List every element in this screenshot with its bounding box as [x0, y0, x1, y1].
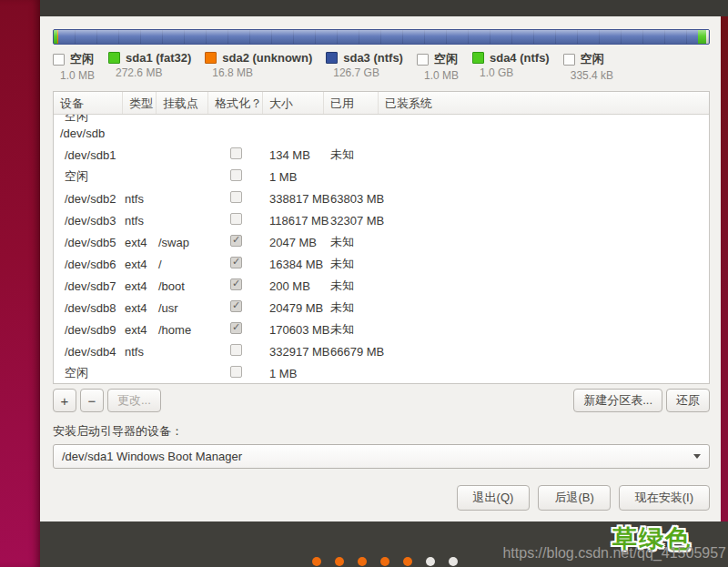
table-row[interactable]: /dev/sdb1 134 MB 未知 [54, 144, 709, 166]
partition-size: 1.0 MB [424, 69, 459, 82]
column-header[interactable]: 格式化？ [208, 92, 263, 114]
table-row[interactable]: /dev/sdb9 ext4 /home 170603 MB 未知 [54, 319, 709, 340]
legend-item: sda4 (ntfs) 1.0 GB [472, 51, 550, 79]
table-row[interactable]: 空闲 1 MB [54, 362, 709, 383]
column-header[interactable]: 已用 [324, 92, 379, 114]
new-partition-table-button[interactable]: 新建分区表... [573, 389, 662, 412]
revert-button[interactable]: 还原 [666, 389, 710, 412]
legend-item: 空闲 1.0 MB [417, 51, 459, 82]
cell-used: 未知 [324, 278, 379, 294]
cell-used: 63803 MB [324, 192, 379, 206]
cell-device: /dev/sdb7 [54, 279, 123, 293]
progress-dot [403, 557, 412, 566]
cell-used: 未知 [324, 234, 379, 250]
bootloader-device-dropdown[interactable]: /dev/sda1 Windows Boot Manager [53, 444, 710, 469]
format-checkbox[interactable] [230, 213, 242, 225]
cell-format [208, 213, 263, 228]
cell-mount-point: /home [157, 323, 208, 337]
install-now-button[interactable]: 现在安装(I) [619, 485, 710, 511]
table-row[interactable]: /dev/sdb6 ext4 / 16384 MB 未知 [54, 253, 709, 275]
partition-label: sda1 (fat32) [126, 51, 191, 65]
installer-window: 空闲 1.0 MB sda1 (fat32) 272.6 MB sda2 (un… [40, 16, 721, 521]
cell-size: 332917 MB [263, 345, 324, 359]
watermark-url: https://blog.csdn.net/qq_41505957 [502, 545, 726, 562]
cell-size: 1 MB [263, 367, 324, 380]
progress-dot [449, 557, 458, 566]
legend-item: sda1 (fat32) 272.6 MB [108, 51, 191, 79]
cell-size: 2047 MB [263, 236, 324, 249]
remove-partition-button[interactable]: − [80, 389, 104, 412]
add-partition-button[interactable]: + [53, 389, 76, 412]
format-checkbox[interactable] [230, 344, 242, 356]
cell-mount-point: / [157, 258, 208, 271]
cell-type: ntfs [123, 192, 157, 206]
cell-size: 1 MB [263, 170, 324, 184]
legend-item: 空闲 1.0 MB [53, 51, 95, 82]
table-body: 空闲 /dev/sdb /dev/sdb1 134 MB 未知 空闲 [54, 115, 709, 383]
partition-label: 空闲 [434, 51, 458, 67]
column-header[interactable]: 设备 [54, 92, 123, 114]
table-row[interactable]: 空闲 1 MB [54, 166, 709, 187]
partition-label: sda4 (ntfs) [490, 51, 550, 65]
cell-size: 170603 MB [263, 323, 324, 337]
quit-button[interactable]: 退出(Q) [457, 485, 531, 511]
table-row[interactable]: /dev/sdb3 ntfs 118617 MB 32307 MB [54, 209, 709, 231]
format-checkbox[interactable] [230, 300, 242, 312]
cell-format [208, 235, 263, 249]
column-header[interactable]: 大小 [263, 92, 324, 114]
table-row[interactable]: /dev/sdb [54, 122, 709, 144]
partition-toolbar: + − 更改... 新建分区表... 还原 [53, 389, 710, 412]
cell-device: /dev/sdb9 [54, 323, 123, 337]
format-checkbox[interactable] [230, 257, 242, 268]
format-checkbox[interactable] [230, 278, 242, 290]
column-header[interactable]: 已装系统 [379, 92, 709, 114]
partition-table: 设备类型挂载点格式化？大小已用已装系统 空闲 /dev/sdb /dev/sdb… [53, 91, 710, 384]
partition-label: sda3 (ntfs) [343, 51, 403, 65]
table-row[interactable]: /dev/sdb8 ext4 /usr 20479 MB 未知 [54, 297, 709, 319]
cell-used: 66679 MB [324, 345, 379, 359]
cell-device: /dev/sdb [54, 127, 123, 140]
partition-size: 16.8 MB [212, 66, 312, 79]
progress-dot [426, 557, 435, 566]
cell-size: 16384 MB [263, 258, 324, 271]
format-checkbox[interactable] [230, 322, 242, 334]
progress-dot [335, 557, 344, 566]
cell-used: 32307 MB [324, 214, 379, 228]
partition-segment-sda4 [698, 30, 706, 44]
column-header[interactable]: 类型 [123, 92, 157, 114]
cell-type: ext4 [123, 301, 157, 315]
table-row[interactable]: /dev/sdb2 ntfs 338817 MB 63803 MB [54, 187, 709, 209]
cell-size: 338817 MB [263, 192, 324, 206]
format-checkbox[interactable] [230, 147, 242, 159]
format-checkbox[interactable] [230, 235, 242, 247]
partition-size: 1.0 MB [60, 69, 95, 82]
cell-device: /dev/sdb6 [54, 258, 123, 271]
cell-used: 未知 [324, 321, 379, 338]
cell-device: /dev/sdb8 [54, 301, 123, 315]
format-checkbox[interactable] [230, 169, 242, 181]
cell-device: 空闲 [54, 365, 123, 381]
cell-mount-point: /boot [157, 279, 208, 293]
cell-used: 未知 [324, 299, 379, 316]
table-row[interactable]: /dev/sdb4 ntfs 332917 MB 66679 MB [54, 340, 709, 362]
format-checkbox[interactable] [230, 366, 242, 378]
table-row[interactable]: /dev/sdb5 ext4 /swap 2047 MB 未知 [54, 231, 709, 253]
change-partition-button[interactable]: 更改... [107, 389, 161, 412]
partition-bar [53, 29, 710, 45]
partition-segment-sda1 [54, 30, 57, 44]
progress-dot [380, 557, 389, 566]
legend-item: sda2 (unknown) 16.8 MB [205, 51, 312, 79]
column-header[interactable]: 挂载点 [157, 92, 208, 114]
cell-device: /dev/sdb5 [54, 236, 123, 249]
table-row[interactable]: /dev/sdb7 ext4 /boot 200 MB 未知 [54, 275, 709, 297]
table-row[interactable]: 空闲 [54, 115, 709, 122]
cell-type: ntfs [123, 345, 157, 359]
cell-type: ext4 [123, 323, 157, 337]
partition-swatch-icon [53, 54, 65, 66]
back-button[interactable]: 后退(B) [538, 485, 610, 511]
format-checkbox[interactable] [230, 191, 242, 203]
partition-label: 空闲 [70, 51, 94, 67]
progress-dots [312, 557, 458, 566]
partition-swatch-icon [472, 52, 484, 64]
bootloader-device-value: /dev/sda1 Windows Boot Manager [62, 450, 242, 463]
